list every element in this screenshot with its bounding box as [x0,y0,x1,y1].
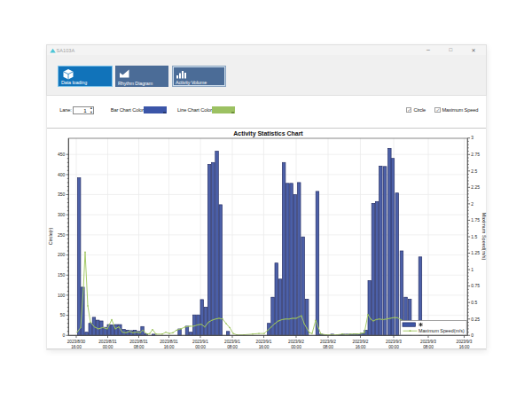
svg-text:08:00: 08:00 [423,345,434,349]
svg-text:1.5: 1.5 [471,233,477,239]
svg-text:2023/9/2: 2023/9/2 [320,339,336,343]
svg-text:16:00: 16:00 [164,345,175,349]
svg-text:1.75: 1.75 [471,217,480,223]
svg-text:250: 250 [58,231,66,237]
svg-text:300: 300 [58,211,66,216]
svg-text:2.25: 2.25 [471,184,480,190]
svg-text:2023/9/3: 2023/9/3 [457,339,473,343]
svg-text:Maximum Speed(m/s): Maximum Speed(m/s) [419,328,465,333]
svg-text:0.25: 0.25 [471,316,480,321]
svg-text:2023/9/3: 2023/9/3 [420,339,436,343]
svg-text:2023/8/31: 2023/8/31 [129,339,148,343]
svg-text:0.5: 0.5 [471,299,477,304]
svg-text:2023/9/1: 2023/9/1 [224,339,240,343]
svg-text:3: 3 [471,135,473,140]
svg-text:0.75: 0.75 [471,283,480,288]
svg-text:1.25: 1.25 [471,250,480,255]
svg-text:100: 100 [58,292,66,297]
svg-text:2023/9/1: 2023/9/1 [192,339,208,343]
svg-text:00:00: 00:00 [291,345,301,349]
svg-text:2.75: 2.75 [471,152,480,157]
svg-text:1: 1 [471,266,473,271]
svg-text:0: 0 [471,332,473,338]
svg-text:450: 450 [58,151,66,156]
svg-text:2023/8/30: 2023/8/30 [67,339,86,343]
svg-text:400: 400 [58,171,66,176]
svg-text:350: 350 [58,192,66,197]
svg-text:08:00: 08:00 [323,345,333,349]
svg-text:0: 0 [63,332,66,338]
svg-text:2023/8/31: 2023/8/31 [98,339,117,343]
svg-text:50: 50 [60,312,66,317]
svg-text:08:00: 08:00 [227,345,238,349]
svg-text:00:00: 00:00 [388,345,399,349]
svg-text:Maximum Speed(m/s): Maximum Speed(m/s) [481,212,486,260]
svg-text:2023/9/2: 2023/9/2 [353,339,369,343]
svg-text:2023/9/3: 2023/9/3 [386,339,402,343]
svg-text:Activity Statistics Chart: Activity Statistics Chart [233,130,303,137]
svg-text:200: 200 [58,252,66,257]
svg-text:16:00: 16:00 [459,345,470,349]
svg-text:2023/8/31: 2023/8/31 [160,339,178,343]
svg-text:2023/9/1: 2023/9/1 [256,339,272,343]
svg-text:00:00: 00:00 [195,345,206,349]
svg-text:16:00: 16:00 [356,345,366,349]
svg-text:00:00: 00:00 [103,345,113,349]
svg-text:16:00: 16:00 [71,345,82,349]
svg-text:08:00: 08:00 [134,345,145,349]
svg-text:150: 150 [58,272,66,278]
svg-text:16:00: 16:00 [259,345,270,349]
svg-text:Circle(r): Circle(r) [49,227,54,245]
svg-text:2023/9/2: 2023/9/2 [288,339,304,343]
svg-text:2: 2 [471,200,473,206]
svg-text:2.5: 2.5 [471,168,477,173]
